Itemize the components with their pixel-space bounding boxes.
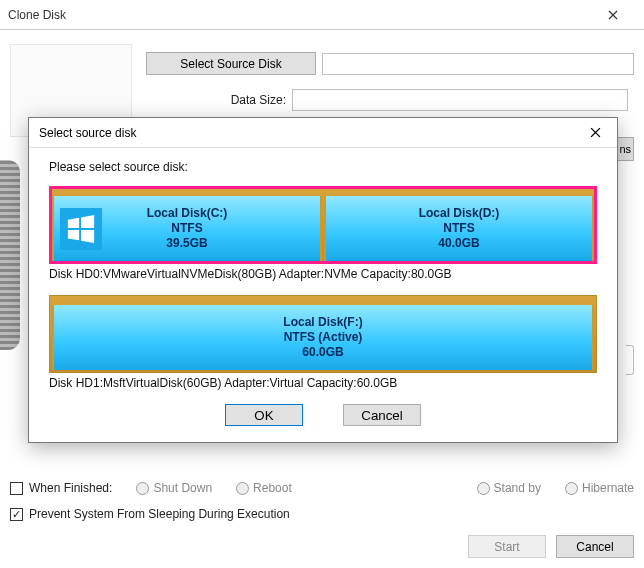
main-titlebar: Clone Disk xyxy=(0,0,644,30)
when-finished-checkbox[interactable] xyxy=(10,482,23,495)
prevent-sleep-label: Prevent System From Sleeping During Exec… xyxy=(29,507,290,521)
disk-platter-art xyxy=(0,160,20,350)
data-size-field xyxy=(292,89,628,111)
disk-group-1[interactable]: Local Disk(F:)NTFS (Active)60.0GBDisk HD… xyxy=(49,295,597,390)
select-source-disk-dialog: Select source disk Please select source … xyxy=(28,117,618,443)
shut-down-label: Shut Down xyxy=(153,481,212,495)
partition[interactable]: Local Disk(C:)NTFS39.5GB xyxy=(52,196,322,261)
reboot-radio[interactable] xyxy=(236,482,249,495)
disk-meta: Disk HD0:VMwareVirtualNVMeDisk(80GB) Ada… xyxy=(49,267,597,281)
shut-down-radio[interactable] xyxy=(136,482,149,495)
svg-marker-2 xyxy=(68,229,79,239)
select-source-disk-button[interactable]: Select Source Disk xyxy=(146,52,316,75)
disk-group-0[interactable]: Local Disk(C:)NTFS39.5GBLocal Disk(D:)NT… xyxy=(49,186,597,281)
partition[interactable]: Local Disk(D:)NTFS40.0GB xyxy=(324,196,594,261)
source-disk-field[interactable] xyxy=(322,53,634,75)
disk-list: Local Disk(C:)NTFS39.5GBLocal Disk(D:)NT… xyxy=(49,186,597,390)
prevent-sleep-checkbox[interactable]: ✓ xyxy=(10,508,23,521)
bottom-controls: ns When Finished: Shut Down Reboot Stand… xyxy=(10,475,634,558)
svg-marker-1 xyxy=(81,214,94,227)
partition-label: Local Disk(C:)NTFS39.5GB xyxy=(147,206,228,251)
disk-bar[interactable]: Local Disk(F:)NTFS (Active)60.0GB xyxy=(49,295,597,373)
svg-marker-3 xyxy=(81,229,94,242)
main-close-button[interactable] xyxy=(590,0,636,30)
dialog-close-button[interactable] xyxy=(573,118,617,148)
partition-label: Local Disk(D:)NTFS40.0GB xyxy=(419,206,500,251)
dialog-cancel-button[interactable]: Cancel xyxy=(343,404,421,426)
hibernate-label: Hibernate xyxy=(582,481,634,495)
dialog-prompt: Please select source disk: xyxy=(49,160,597,174)
when-finished-label: When Finished: xyxy=(29,481,112,495)
windows-logo-icon xyxy=(60,208,102,250)
reboot-label: Reboot xyxy=(253,481,292,495)
hibernate-radio[interactable] xyxy=(565,482,578,495)
truncated-field-edge xyxy=(626,345,634,375)
svg-marker-0 xyxy=(68,217,79,227)
stand-by-radio[interactable] xyxy=(477,482,490,495)
dialog-ok-button[interactable]: OK xyxy=(225,404,303,426)
data-size-label: Data Size: xyxy=(146,93,286,107)
main-cancel-button[interactable]: Cancel xyxy=(556,535,634,558)
partition[interactable]: Local Disk(F:)NTFS (Active)60.0GB xyxy=(52,305,594,370)
dialog-title: Select source disk xyxy=(39,126,573,140)
dialog-titlebar: Select source disk xyxy=(29,118,617,148)
disk-bar[interactable]: Local Disk(C:)NTFS39.5GBLocal Disk(D:)NT… xyxy=(49,186,597,264)
main-window-title: Clone Disk xyxy=(8,8,590,22)
disk-meta: Disk HD1:MsftVirtualDisk(60GB) Adapter:V… xyxy=(49,376,597,390)
start-button[interactable]: Start xyxy=(468,535,546,558)
stand-by-label: Stand by xyxy=(494,481,541,495)
partition-label: Local Disk(F:)NTFS (Active)60.0GB xyxy=(283,315,362,360)
